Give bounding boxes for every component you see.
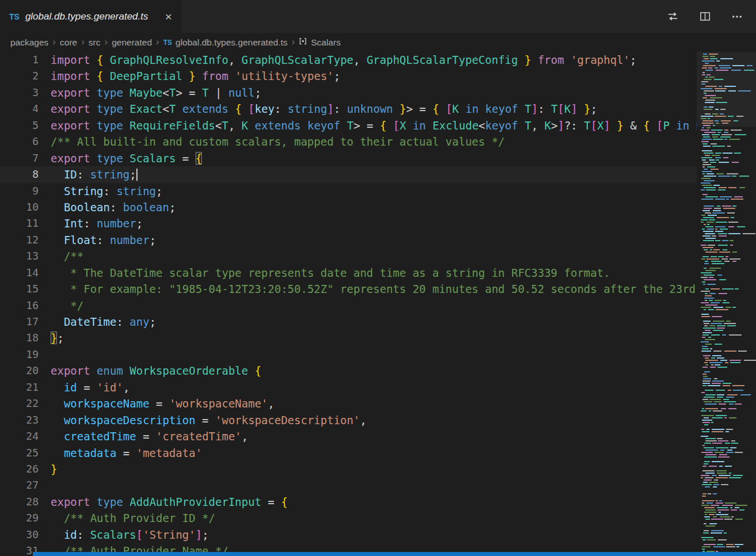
more-actions-icon[interactable] [730,9,744,24]
code-line[interactable]: 16 */ [0,298,697,314]
line-number[interactable]: 9 [0,183,51,199]
code-line[interactable]: 15 * For example: "1985-04-12T23:20:50.5… [0,281,697,297]
minimap[interactable] [697,52,756,556]
code-line[interactable]: 24 createdTime = 'createdTime', [0,428,697,444]
code-line[interactable]: 30 id: Scalars['String']; [0,527,697,543]
line-number[interactable]: 29 [0,510,51,526]
tab-global-db-types-generated[interactable]: TS global.db.types.generated.ts × [0,0,182,33]
code-line[interactable]: 14 * The DateTime scalar type represents… [0,265,697,281]
minimap-line [700,136,756,138]
code-text: import { DeepPartial } from 'utility-typ… [51,68,697,84]
code-line[interactable]: 8 ID: string; [0,166,697,182]
line-number[interactable]: 5 [0,117,51,134]
line-number[interactable]: 3 [0,85,51,101]
editor-tab-bar: TS global.db.types.generated.ts × [0,0,756,33]
code-line[interactable]: 22 workspaceName = 'workspaceName', [0,395,697,412]
line-number[interactable]: 6 [0,134,51,150]
code-line[interactable]: 11 Int: number; [0,215,697,231]
breadcrumb-label: generated [112,37,152,48]
code-text: DateTime: any; [51,314,697,330]
code-line[interactable]: 26} [0,461,697,477]
line-number[interactable]: 15 [0,281,51,297]
minimap-line [700,203,756,204]
line-number[interactable]: 27 [0,477,51,493]
line-number[interactable]: 28 [0,494,51,510]
code-line[interactable]: 4export type Exact<T extends { [key: str… [0,101,697,117]
line-number[interactable]: 12 [0,232,51,248]
code-line[interactable]: 25 metadata = 'metadata' [0,445,697,461]
code-editor[interactable]: 1import { GraphQLResolveInfo, GraphQLSca… [0,52,697,556]
breadcrumb-item-packages[interactable]: packages [10,37,48,48]
line-number[interactable]: 19 [0,346,51,363]
code-line[interactable]: 20export enum WorkspaceOrderable { [0,363,697,379]
code-line[interactable]: 9 String: string; [0,183,697,199]
code-line[interactable]: 29 /** Auth Provider ID */ [0,510,697,526]
code-line[interactable]: 27 [0,477,697,493]
breadcrumb-item-core[interactable]: core [60,37,77,48]
breadcrumb-item-src[interactable]: src [89,37,101,48]
minimap-line [700,426,756,428]
minimap-line [700,355,756,356]
line-number[interactable]: 23 [0,412,51,428]
code-text: id = 'id', [51,379,697,395]
typescript-file-icon: TS [9,13,20,21]
line-number[interactable]: 24 [0,428,51,444]
minimap-line [700,443,756,444]
minimap-line [700,496,756,497]
code-line[interactable]: 23 workspaceDescription = 'workspaceDesc… [0,412,697,428]
line-number[interactable]: 2 [0,68,51,84]
minimap-line [700,339,756,340]
minimap-line [700,454,756,455]
minimap-line [700,493,756,494]
bottom-blue-bar [33,552,756,556]
code-line[interactable]: 3export type Maybe<T> = T | null; [0,85,697,101]
open-changes-icon[interactable] [665,9,680,24]
line-number[interactable]: 30 [0,527,51,543]
line-number[interactable]: 17 [0,314,51,330]
line-number[interactable]: 7 [0,150,51,166]
line-number[interactable]: 8 [0,166,51,182]
minimap-line [700,281,756,283]
line-number[interactable]: 26 [0,461,51,477]
minimap-line [700,424,756,425]
code-text: import { GraphQLResolveInfo, GraphQLScal… [51,52,697,68]
code-line[interactable]: 18}; [0,330,697,346]
line-number[interactable]: 25 [0,445,51,461]
line-number[interactable]: 13 [0,248,51,264]
split-editor-icon[interactable] [697,9,712,24]
minimap-line [700,394,756,395]
code-line[interactable]: 19 [0,346,697,363]
code-line[interactable]: 7export type Scalars = { [0,150,697,166]
minimap-line [700,477,756,478]
minimap-line [700,473,756,474]
code-line[interactable]: 1import { GraphQLResolveInfo, GraphQLSca… [0,52,697,68]
line-number[interactable]: 14 [0,265,51,281]
line-number[interactable]: 4 [0,101,51,117]
code-line[interactable]: 28export type AddAuthProviderInput = { [0,494,697,510]
code-line[interactable]: 21 id = 'id', [0,379,697,395]
code-line[interactable]: 12 Float: number; [0,232,697,248]
line-number[interactable]: 21 [0,379,51,395]
line-number[interactable]: 18 [0,330,51,346]
minimap-viewport[interactable] [697,52,756,127]
code-line[interactable]: 6/** All built-in and custom scalars, ma… [0,134,697,150]
minimap-line [700,169,756,170]
code-line[interactable]: 10 Boolean: boolean; [0,199,697,215]
breadcrumb-item-generated[interactable]: generated [112,37,152,48]
minimap-line [700,256,756,257]
breadcrumb-item-scalars[interactable]: Scalars [299,37,341,48]
code-line[interactable]: 2import { DeepPartial } from 'utility-ty… [0,68,697,84]
code-line[interactable]: 17 DateTime: any; [0,314,697,330]
line-number[interactable]: 20 [0,363,51,379]
line-number[interactable]: 22 [0,395,51,412]
minimap-line [700,240,756,241]
code-line[interactable]: 5export type RequireFields<T, K extends … [0,117,697,134]
line-number[interactable]: 1 [0,52,51,68]
close-tab-button[interactable]: × [162,10,175,23]
minimap-line [700,519,756,520]
breadcrumb-item-global-db-types-generated-ts[interactable]: TSglobal.db.types.generated.ts [163,37,288,48]
line-number[interactable]: 16 [0,298,51,314]
line-number[interactable]: 10 [0,199,51,215]
code-line[interactable]: 13 /** [0,248,697,264]
line-number[interactable]: 11 [0,215,51,231]
